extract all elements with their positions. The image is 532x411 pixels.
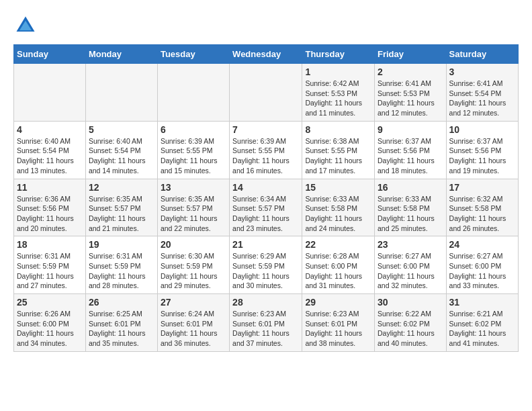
day-info: Sunrise: 6:22 AMSunset: 6:02 PMDaylight:… xyxy=(378,309,443,349)
col-monday: Monday xyxy=(85,45,157,64)
logo xyxy=(13,13,42,38)
calendar-cell: 12Sunrise: 6:35 AMSunset: 5:57 PMDayligh… xyxy=(85,179,157,236)
day-number: 23 xyxy=(378,239,443,250)
day-info: Sunrise: 6:35 AMSunset: 5:57 PMDaylight:… xyxy=(161,194,226,234)
calendar-cell: 27Sunrise: 6:24 AMSunset: 6:01 PMDayligh… xyxy=(157,294,229,352)
day-info: Sunrise: 6:34 AMSunset: 5:57 PMDaylight:… xyxy=(232,194,299,234)
calendar-cell: 24Sunrise: 6:27 AMSunset: 6:00 PMDayligh… xyxy=(446,236,518,294)
day-number: 12 xyxy=(89,182,154,193)
calendar-body: 1Sunrise: 6:42 AMSunset: 5:53 PMDaylight… xyxy=(14,64,519,352)
day-number: 14 xyxy=(232,182,299,193)
day-info: Sunrise: 6:27 AMSunset: 6:00 PMDaylight:… xyxy=(449,251,515,291)
day-info: Sunrise: 6:25 AMSunset: 6:01 PMDaylight:… xyxy=(89,309,154,349)
day-number: 22 xyxy=(305,239,371,250)
calendar-cell xyxy=(14,64,86,122)
calendar-week: 1Sunrise: 6:42 AMSunset: 5:53 PMDaylight… xyxy=(14,64,519,122)
calendar-cell: 31Sunrise: 6:21 AMSunset: 6:02 PMDayligh… xyxy=(446,294,518,352)
day-info: Sunrise: 6:31 AMSunset: 5:59 PMDaylight:… xyxy=(89,251,154,291)
calendar-cell: 6Sunrise: 6:39 AMSunset: 5:55 PMDaylight… xyxy=(157,121,229,179)
calendar-cell: 18Sunrise: 6:31 AMSunset: 5:59 PMDayligh… xyxy=(14,236,86,294)
calendar-cell: 21Sunrise: 6:29 AMSunset: 5:59 PMDayligh… xyxy=(230,236,302,294)
day-number: 7 xyxy=(232,124,299,135)
col-wednesday: Wednesday xyxy=(230,45,302,64)
day-info: Sunrise: 6:36 AMSunset: 5:56 PMDaylight:… xyxy=(17,194,83,234)
day-number: 26 xyxy=(89,297,154,308)
col-friday: Friday xyxy=(375,45,447,64)
day-info: Sunrise: 6:24 AMSunset: 6:01 PMDaylight:… xyxy=(161,309,226,349)
calendar-cell: 20Sunrise: 6:30 AMSunset: 5:59 PMDayligh… xyxy=(157,236,229,294)
day-info: Sunrise: 6:40 AMSunset: 5:54 PMDaylight:… xyxy=(17,136,83,176)
day-number: 25 xyxy=(17,297,83,308)
day-number: 13 xyxy=(161,182,226,193)
day-number: 10 xyxy=(449,124,515,135)
calendar-week: 25Sunrise: 6:26 AMSunset: 6:00 PMDayligh… xyxy=(14,294,519,352)
day-info: Sunrise: 6:29 AMSunset: 5:59 PMDaylight:… xyxy=(232,251,299,291)
day-info: Sunrise: 6:37 AMSunset: 5:56 PMDaylight:… xyxy=(449,136,515,176)
day-info: Sunrise: 6:33 AMSunset: 5:58 PMDaylight:… xyxy=(305,194,371,234)
calendar-week: 18Sunrise: 6:31 AMSunset: 5:59 PMDayligh… xyxy=(14,236,519,294)
calendar-cell: 23Sunrise: 6:27 AMSunset: 6:00 PMDayligh… xyxy=(375,236,447,294)
day-number: 19 xyxy=(89,239,154,250)
day-number: 30 xyxy=(378,297,443,308)
logo-icon xyxy=(13,13,38,38)
col-saturday: Saturday xyxy=(446,45,518,64)
day-info: Sunrise: 6:41 AMSunset: 5:54 PMDaylight:… xyxy=(449,79,515,118)
day-number: 27 xyxy=(161,297,226,308)
day-info: Sunrise: 6:28 AMSunset: 6:00 PMDaylight:… xyxy=(305,251,371,291)
day-number: 4 xyxy=(17,124,83,135)
day-number: 18 xyxy=(17,239,83,250)
calendar-cell: 28Sunrise: 6:23 AMSunset: 6:01 PMDayligh… xyxy=(230,294,302,352)
day-number: 11 xyxy=(17,182,83,193)
day-number: 31 xyxy=(449,297,515,308)
day-number: 2 xyxy=(378,66,443,77)
col-tuesday: Tuesday xyxy=(157,45,229,64)
col-sunday: Sunday xyxy=(14,45,86,64)
calendar-cell: 7Sunrise: 6:39 AMSunset: 5:55 PMDaylight… xyxy=(230,121,302,179)
day-number: 20 xyxy=(161,239,226,250)
day-info: Sunrise: 6:39 AMSunset: 5:55 PMDaylight:… xyxy=(161,136,226,176)
day-info: Sunrise: 6:23 AMSunset: 6:01 PMDaylight:… xyxy=(232,309,299,349)
day-number: 28 xyxy=(232,297,299,308)
calendar-cell: 15Sunrise: 6:33 AMSunset: 5:58 PMDayligh… xyxy=(302,179,375,236)
day-info: Sunrise: 6:23 AMSunset: 6:01 PMDaylight:… xyxy=(305,309,371,349)
calendar-week: 4Sunrise: 6:40 AMSunset: 5:54 PMDaylight… xyxy=(14,121,519,179)
day-info: Sunrise: 6:40 AMSunset: 5:54 PMDaylight:… xyxy=(89,136,154,176)
day-number: 21 xyxy=(232,239,299,250)
day-info: Sunrise: 6:42 AMSunset: 5:53 PMDaylight:… xyxy=(305,79,371,118)
day-info: Sunrise: 6:38 AMSunset: 5:55 PMDaylight:… xyxy=(305,136,371,176)
day-number: 16 xyxy=(378,182,443,193)
calendar-cell xyxy=(230,64,302,122)
day-number: 6 xyxy=(161,124,226,135)
day-number: 8 xyxy=(305,124,371,135)
day-info: Sunrise: 6:39 AMSunset: 5:55 PMDaylight:… xyxy=(232,136,299,176)
calendar-header: Sunday Monday Tuesday Wednesday Thursday… xyxy=(14,45,519,64)
day-info: Sunrise: 6:21 AMSunset: 6:02 PMDaylight:… xyxy=(449,309,515,349)
day-info: Sunrise: 6:41 AMSunset: 5:53 PMDaylight:… xyxy=(378,79,443,118)
day-info: Sunrise: 6:31 AMSunset: 5:59 PMDaylight:… xyxy=(17,251,83,291)
calendar-cell: 2Sunrise: 6:41 AMSunset: 5:53 PMDaylight… xyxy=(375,64,447,122)
calendar-cell: 25Sunrise: 6:26 AMSunset: 6:00 PMDayligh… xyxy=(14,294,86,352)
day-number: 17 xyxy=(449,182,515,193)
calendar-cell xyxy=(157,64,229,122)
calendar-cell: 30Sunrise: 6:22 AMSunset: 6:02 PMDayligh… xyxy=(375,294,447,352)
calendar-cell: 14Sunrise: 6:34 AMSunset: 5:57 PMDayligh… xyxy=(230,179,302,236)
calendar-cell: 13Sunrise: 6:35 AMSunset: 5:57 PMDayligh… xyxy=(157,179,229,236)
calendar-cell: 8Sunrise: 6:38 AMSunset: 5:55 PMDaylight… xyxy=(302,121,375,179)
calendar-cell: 29Sunrise: 6:23 AMSunset: 6:01 PMDayligh… xyxy=(302,294,375,352)
day-info: Sunrise: 6:26 AMSunset: 6:00 PMDaylight:… xyxy=(17,309,83,349)
day-info: Sunrise: 6:30 AMSunset: 5:59 PMDaylight:… xyxy=(161,251,226,291)
calendar-cell: 16Sunrise: 6:33 AMSunset: 5:58 PMDayligh… xyxy=(375,179,447,236)
day-info: Sunrise: 6:35 AMSunset: 5:57 PMDaylight:… xyxy=(89,194,154,234)
day-number: 3 xyxy=(449,66,515,77)
calendar-cell: 9Sunrise: 6:37 AMSunset: 5:56 PMDaylight… xyxy=(375,121,447,179)
day-number: 24 xyxy=(449,239,515,250)
calendar-cell xyxy=(85,64,157,122)
day-info: Sunrise: 6:33 AMSunset: 5:58 PMDaylight:… xyxy=(378,194,443,234)
calendar-cell: 3Sunrise: 6:41 AMSunset: 5:54 PMDaylight… xyxy=(446,64,518,122)
calendar-cell: 11Sunrise: 6:36 AMSunset: 5:56 PMDayligh… xyxy=(14,179,86,236)
page-header xyxy=(13,13,519,38)
day-number: 15 xyxy=(305,182,371,193)
calendar-cell: 5Sunrise: 6:40 AMSunset: 5:54 PMDaylight… xyxy=(85,121,157,179)
calendar-table: Sunday Monday Tuesday Wednesday Thursday… xyxy=(13,44,519,352)
calendar-cell: 19Sunrise: 6:31 AMSunset: 5:59 PMDayligh… xyxy=(85,236,157,294)
